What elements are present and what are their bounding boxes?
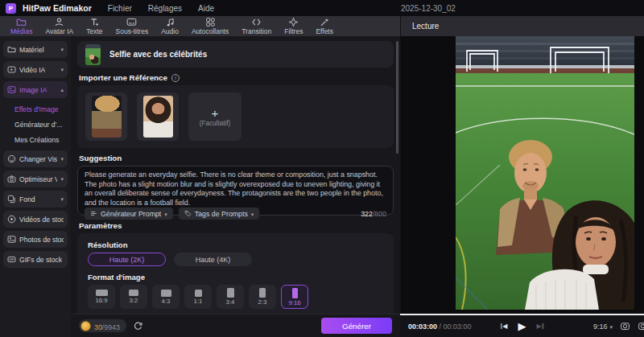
previous-frame-button[interactable]: ◀: [501, 323, 508, 330]
tab-filtres[interactable]: Filtres: [279, 16, 308, 36]
menu-fichier[interactable]: Fichier: [103, 4, 137, 13]
aspect-ratio-options: 16:9 3:2 4:3 1:1 3:4 2:3 9:16: [88, 285, 383, 309]
play-button[interactable]: ▶: [518, 321, 526, 331]
preview-image: [456, 36, 634, 310]
ratio-glyph: [195, 290, 202, 297]
sidebar-item-optimiseur[interactable]: Optimiseur Vi...: [3, 171, 68, 187]
chevron-up-icon: [60, 87, 64, 93]
snapshot-icon[interactable]: [620, 321, 630, 331]
add-reference-button[interactable]: + (Facultatif): [188, 92, 242, 141]
clipped-edge-icon[interactable]: [638, 321, 644, 332]
refresh-icon[interactable]: [133, 321, 143, 331]
tab-texte[interactable]: Texte: [80, 16, 108, 36]
image-icon: [7, 85, 16, 94]
aspect-1-1[interactable]: 1:1: [184, 285, 212, 309]
resolution-4k-button[interactable]: Haute (4K): [174, 253, 252, 266]
tab-autocollants[interactable]: Autocollants: [186, 16, 234, 36]
sidebar-item-fond[interactable]: Fond: [3, 191, 68, 208]
import-reference-label-row: Importer une Référence: [79, 73, 394, 82]
sidebar-item-photos-stock[interactable]: Photos de stock: [3, 231, 68, 248]
char-counter: 322/800: [361, 210, 386, 218]
sidebar-item-materiel[interactable]: Matériel: [3, 41, 68, 58]
sidebar-item-videos-stock[interactable]: Vidéos de stock: [3, 211, 68, 228]
credits-total: /9943: [102, 323, 120, 331]
timecode: 00:03:00 / 00:03:00: [408, 323, 472, 331]
subtitles-icon: [126, 17, 137, 27]
tab-label: Effets: [316, 28, 333, 35]
sidebar: Matériel Vidéo IA Image IA Effets d'Imag…: [0, 36, 71, 337]
project-name: 2025-12-30_02: [401, 0, 456, 16]
sidebar-subitem-effets-dimage[interactable]: Effets d'Image: [3, 101, 68, 117]
prompt-lines-icon: [90, 210, 97, 217]
time-separator: /: [440, 323, 442, 331]
sidebar-item-changer-visage[interactable]: Changer Visa...: [3, 150, 68, 167]
aspect-2-3[interactable]: 2:3: [249, 285, 276, 309]
sidebar-item-image-ia[interactable]: Image IA: [3, 81, 68, 98]
preview-options: 9:16: [593, 321, 636, 332]
main-panel: Selfie avec des célébrités Importer une …: [71, 36, 400, 337]
next-frame-button[interactable]: ▶: [537, 323, 544, 330]
aspect-3-4[interactable]: 3:4: [217, 285, 244, 309]
char-count-max: /800: [373, 210, 386, 218]
app-logo-icon: P: [6, 3, 16, 14]
suggestion-text[interactable]: Please generate an everyday selfie. Ther…: [85, 171, 386, 208]
ratio-value: 9:16: [593, 323, 608, 331]
tab-audio[interactable]: Audio: [155, 16, 184, 36]
transport-controls: ◀ ▶ ▶: [501, 321, 543, 331]
parameters-label: Paramètres: [79, 221, 394, 230]
aspect-3-2[interactable]: 3:2: [120, 285, 147, 309]
aspect-4-3[interactable]: 4:3: [152, 285, 180, 309]
suggestion-label-text: Suggestion: [79, 154, 122, 162]
main-scrollbar[interactable]: [396, 41, 398, 154]
sidebar-subitem-generateur[interactable]: Générateur d'...: [3, 117, 68, 132]
tab-effets[interactable]: Effets: [310, 16, 339, 36]
main-footer: 30/9943 Générer: [71, 314, 400, 337]
prompt-generator-label: Générateur Prompt: [101, 210, 161, 218]
sidebar-item-gifs-stock[interactable]: GIFs de stock: [3, 251, 68, 268]
tab-sous-titres[interactable]: Sous-titres: [110, 16, 155, 36]
ratio-dropdown[interactable]: 9:16: [593, 323, 613, 331]
sidebar-item-label: Optimiseur Vi...: [19, 175, 57, 183]
sidebar-item-label: Photos de stock: [19, 236, 64, 244]
image-ia-submenu: Effets d'Image Générateur d'... Mes Créa…: [3, 101, 68, 147]
audio-icon: [165, 17, 175, 27]
sidebar-item-label: Changer Visa...: [19, 155, 57, 163]
transition-icon: [251, 17, 262, 27]
suggestion-toolbar: Générateur Prompt Tags de Prompts 322/80…: [85, 208, 386, 220]
tab-label: Avatar IA: [45, 28, 73, 35]
sidebar-subitem-mes-creations[interactable]: Mes Créations: [3, 132, 68, 147]
chevron-down-icon: [60, 176, 64, 183]
tab-label: Filtres: [284, 28, 303, 35]
tab-label: Audio: [161, 28, 179, 35]
resolution-2k-button[interactable]: Haute (2K): [88, 253, 166, 266]
suggestion-box[interactable]: Please generate an everyday selfie. Ther…: [77, 166, 394, 216]
optional-label: (Facultatif): [200, 120, 231, 127]
info-icon[interactable]: [171, 74, 180, 82]
chevron-down-icon: [251, 210, 254, 218]
stock-gif-icon: [7, 255, 16, 264]
reference-slot-1[interactable]: [85, 92, 127, 141]
generate-button[interactable]: Générer: [321, 318, 392, 334]
aspect-16-9[interactable]: 16:9: [88, 285, 115, 309]
tab-avatar-ia[interactable]: Avatar IA: [39, 16, 79, 36]
aspect-9-16[interactable]: 9:16: [281, 285, 308, 309]
template-header-card[interactable]: Selfie avec des célébrités: [77, 41, 394, 68]
char-count-current: 322: [361, 210, 373, 218]
menu-aide[interactable]: Aide: [193, 4, 219, 13]
tab-transition[interactable]: Transition: [236, 16, 277, 36]
stickers-icon: [205, 17, 216, 27]
reference-slot-2[interactable]: [137, 92, 179, 141]
tab-label: Texte: [86, 28, 102, 35]
credits-pill[interactable]: 30/9943: [79, 319, 126, 332]
sidebar-item-video-ia[interactable]: Vidéo IA: [3, 61, 68, 78]
prompt-generator-button[interactable]: Générateur Prompt: [85, 208, 173, 220]
prompt-tags-button[interactable]: Tags de Prompts: [179, 208, 260, 220]
reference-photo-man: [92, 96, 122, 138]
background-icon: [7, 195, 16, 203]
filters-icon: [288, 17, 299, 27]
suggestion-label: Suggestion: [79, 154, 394, 162]
ratio-glyph: [292, 288, 298, 298]
tab-medias[interactable]: Médias: [5, 16, 38, 36]
ratio-glyph: [161, 290, 171, 297]
menu-reglages[interactable]: Réglages: [143, 4, 187, 13]
